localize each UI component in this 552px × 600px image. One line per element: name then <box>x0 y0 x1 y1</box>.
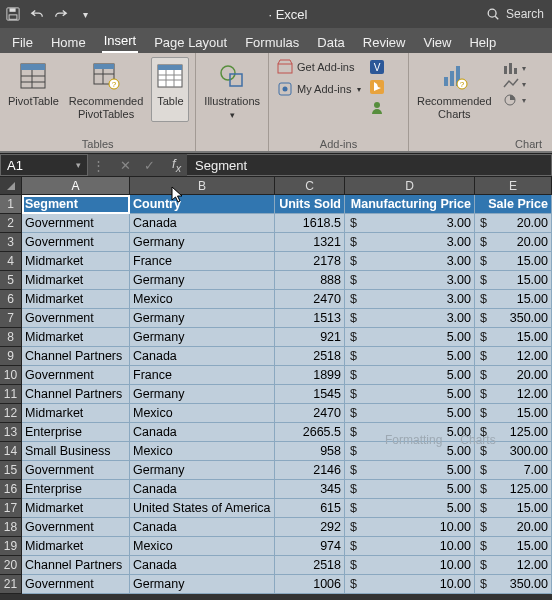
cell[interactable]: 921 <box>275 328 345 347</box>
tab-data[interactable]: Data <box>315 32 346 53</box>
cell[interactable]: Midmarket <box>22 537 130 556</box>
row-header[interactable]: 16 <box>0 480 22 499</box>
cell[interactable]: $10.00 <box>345 575 475 594</box>
cell[interactable]: $3.00 <box>345 252 475 271</box>
cell[interactable]: Channel Partners <box>22 385 130 404</box>
line-chart-icon[interactable]: ▾ <box>502 77 526 91</box>
row-header[interactable]: 7 <box>0 309 22 328</box>
cell[interactable]: 1618.5 <box>275 214 345 233</box>
recommended-pivottables-button[interactable]: ? Recommended PivotTables <box>67 57 146 122</box>
cell[interactable]: France <box>130 366 275 385</box>
row-header[interactable]: 14 <box>0 442 22 461</box>
cell[interactable]: $3.00 <box>345 214 475 233</box>
cell[interactable]: $20.00 <box>475 366 552 385</box>
cell[interactable]: $15.00 <box>475 252 552 271</box>
cell[interactable]: Canada <box>130 214 275 233</box>
cell[interactable]: United States of America <box>130 499 275 518</box>
cell[interactable]: Channel Partners <box>22 556 130 575</box>
cell[interactable]: $5.00 <box>345 442 475 461</box>
select-all-corner[interactable] <box>0 177 22 194</box>
cell[interactable]: $5.00 <box>345 385 475 404</box>
row-header[interactable]: 4 <box>0 252 22 271</box>
cell[interactable]: $125.00 <box>475 480 552 499</box>
cell[interactable]: Germany <box>130 575 275 594</box>
row-header[interactable]: 18 <box>0 518 22 537</box>
cell[interactable]: Government <box>22 461 130 480</box>
cell[interactable]: Germany <box>130 271 275 290</box>
people-icon[interactable] <box>369 99 385 115</box>
cell[interactable]: Mexico <box>130 404 275 423</box>
cell[interactable]: Country <box>130 195 275 214</box>
cell[interactable]: $12.00 <box>475 385 552 404</box>
illustrations-button[interactable]: Illustrations▾ <box>202 57 262 122</box>
cell[interactable]: Small Business <box>22 442 130 461</box>
cell[interactable]: $3.00 <box>345 271 475 290</box>
cell[interactable]: Canada <box>130 423 275 442</box>
col-header-d[interactable]: D <box>345 177 475 194</box>
cell[interactable]: $3.00 <box>345 309 475 328</box>
cell[interactable]: Government <box>22 309 130 328</box>
cell[interactable]: 615 <box>275 499 345 518</box>
cell[interactable]: Government <box>22 518 130 537</box>
row-header[interactable]: 17 <box>0 499 22 518</box>
fx-icon[interactable]: fx <box>166 156 187 174</box>
cell[interactable]: $15.00 <box>475 499 552 518</box>
cell[interactable]: 2470 <box>275 404 345 423</box>
cell[interactable]: $3.00 <box>345 233 475 252</box>
cell[interactable]: $7.00 <box>475 461 552 480</box>
cell[interactable]: Midmarket <box>22 271 130 290</box>
cell[interactable]: Mexico <box>130 537 275 556</box>
visio-icon[interactable]: V <box>369 59 385 75</box>
cell[interactable]: 2518 <box>275 347 345 366</box>
cell[interactable]: 1545 <box>275 385 345 404</box>
row-header[interactable]: 20 <box>0 556 22 575</box>
cell[interactable]: $5.00 <box>345 461 475 480</box>
redo-icon[interactable] <box>52 5 70 23</box>
cell[interactable]: Germany <box>130 233 275 252</box>
cell[interactable]: $5.00 <box>345 328 475 347</box>
cell[interactable]: 974 <box>275 537 345 556</box>
cell[interactable]: Mexico <box>130 290 275 309</box>
tab-home[interactable]: Home <box>49 32 88 53</box>
cell[interactable]: France <box>130 252 275 271</box>
save-icon[interactable] <box>4 5 22 23</box>
cell[interactable]: $5.00 <box>345 499 475 518</box>
cell[interactable]: Manufacturing Price <box>345 195 475 214</box>
cell[interactable]: 2665.5 <box>275 423 345 442</box>
row-header[interactable]: 3 <box>0 233 22 252</box>
cell[interactable]: $10.00 <box>345 537 475 556</box>
cell[interactable]: Germany <box>130 328 275 347</box>
row-header[interactable]: 13 <box>0 423 22 442</box>
cell[interactable]: Sale Price <box>475 195 552 214</box>
cancel-icon[interactable]: ✕ <box>118 158 132 173</box>
cell[interactable]: Channel Partners <box>22 347 130 366</box>
get-addins-button[interactable]: Get Add-ins <box>275 57 363 77</box>
tab-review[interactable]: Review <box>361 32 408 53</box>
cell[interactable]: $350.00 <box>475 309 552 328</box>
row-header[interactable]: 10 <box>0 366 22 385</box>
cell[interactable]: Enterprise <box>22 423 130 442</box>
col-header-b[interactable]: B <box>130 177 275 194</box>
cell[interactable]: Units Sold <box>275 195 345 214</box>
row-header[interactable]: 15 <box>0 461 22 480</box>
name-box[interactable]: A1 ▾ <box>0 154 88 176</box>
pie-chart-icon[interactable]: ▾ <box>502 93 526 107</box>
cell[interactable]: 2518 <box>275 556 345 575</box>
cell[interactable]: Enterprise <box>22 480 130 499</box>
cell[interactable]: Midmarket <box>22 328 130 347</box>
cell[interactable]: Government <box>22 366 130 385</box>
tab-insert[interactable]: Insert <box>102 30 139 53</box>
formula-input[interactable]: Segment <box>187 154 552 176</box>
cell[interactable]: $20.00 <box>475 233 552 252</box>
enter-icon[interactable]: ✓ <box>142 158 156 173</box>
cell[interactable]: $350.00 <box>475 575 552 594</box>
row-header[interactable]: 9 <box>0 347 22 366</box>
my-addins-button[interactable]: My Add-ins ▾ <box>275 79 363 99</box>
cell[interactable]: $20.00 <box>475 518 552 537</box>
cell[interactable]: $15.00 <box>475 404 552 423</box>
cell[interactable]: Midmarket <box>22 499 130 518</box>
cell[interactable]: $5.00 <box>345 347 475 366</box>
tab-page-layout[interactable]: Page Layout <box>152 32 229 53</box>
cell[interactable]: $3.00 <box>345 290 475 309</box>
cell[interactable]: $15.00 <box>475 290 552 309</box>
